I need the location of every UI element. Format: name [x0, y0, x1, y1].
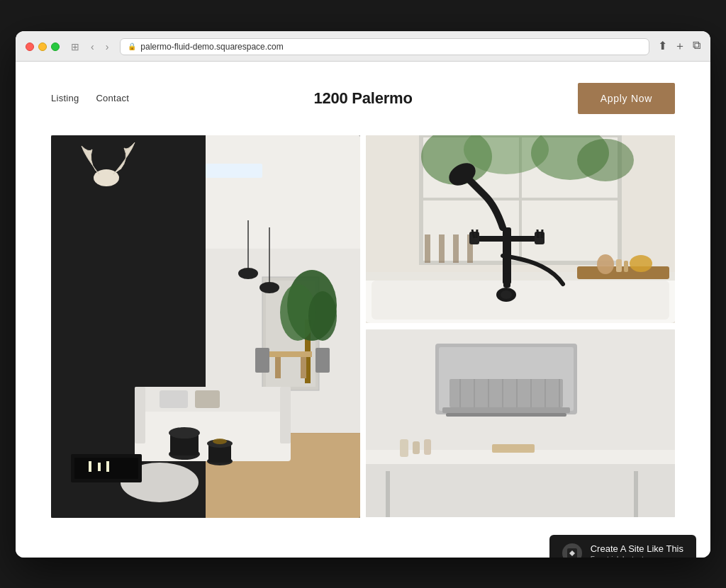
svg-rect-61 [577, 266, 669, 279]
lock-icon: 🔒 [128, 43, 136, 50]
browser-chrome: ⊞ ‹ › 🔒 palermo-fluid-demo.squarespace.c… [16, 31, 710, 62]
apply-now-button[interactable]: Apply Now [578, 83, 675, 114]
forward-button[interactable]: › [103, 40, 112, 54]
svg-point-13 [238, 268, 258, 279]
traffic-lights [26, 43, 60, 51]
svg-rect-59 [372, 281, 669, 320]
svg-rect-75 [503, 273, 510, 288]
svg-rect-41 [275, 357, 281, 378]
svg-point-62 [597, 254, 614, 274]
svg-rect-23 [280, 387, 291, 443]
back-button[interactable]: ‹ [88, 40, 97, 54]
svg-rect-24 [160, 390, 188, 408]
photo-kitchen [366, 329, 675, 517]
svg-point-77 [501, 290, 512, 299]
svg-rect-54 [425, 234, 430, 263]
svg-rect-36 [89, 461, 91, 472]
svg-line-73 [542, 230, 542, 238]
svg-rect-67 [474, 236, 538, 242]
svg-rect-44 [315, 348, 330, 373]
nav-contact[interactable]: Contact [96, 93, 129, 103]
svg-rect-85 [449, 379, 563, 407]
window-arrange-icon[interactable]: ⊞ [68, 40, 82, 54]
svg-rect-43 [255, 348, 269, 373]
svg-rect-99 [492, 444, 535, 453]
svg-rect-42 [301, 357, 306, 378]
svg-rect-95 [366, 464, 675, 517]
svg-line-70 [476, 230, 477, 238]
minimize-button[interactable] [38, 43, 47, 51]
svg-rect-97 [413, 441, 420, 454]
svg-rect-96 [400, 439, 408, 457]
share-icon[interactable]: ⬆ [658, 39, 667, 54]
svg-rect-98 [424, 439, 431, 455]
address-bar[interactable]: 🔒 palermo-fluid-demo.squarespace.com [120, 38, 649, 55]
svg-rect-101 [634, 471, 638, 517]
photo-bathroom [366, 135, 675, 323]
svg-rect-64 [624, 261, 628, 272]
svg-point-53 [577, 139, 634, 181]
browser-controls: ⊞ ‹ › [68, 40, 111, 54]
svg-rect-56 [453, 234, 459, 263]
svg-rect-22 [135, 387, 145, 443]
nav-listing[interactable]: Listing [51, 93, 79, 103]
svg-point-15 [259, 282, 279, 293]
site-content: Listing Contact 1200 Palermo Apply Now [16, 62, 710, 558]
browser-window: ⊞ ‹ › 🔒 palermo-fluid-demo.squarespace.c… [16, 31, 710, 558]
svg-point-19 [308, 291, 337, 341]
browser-actions: ⬆ ＋ ⧉ [658, 39, 700, 54]
svg-rect-38 [106, 461, 109, 472]
photo-grid [16, 135, 710, 539]
svg-rect-100 [386, 471, 390, 517]
maximize-button[interactable] [51, 43, 60, 51]
svg-rect-11 [206, 164, 262, 178]
svg-line-72 [537, 230, 538, 238]
nav-links: Listing Contact [51, 93, 129, 103]
svg-rect-55 [439, 234, 445, 263]
site-header: Listing Contact 1200 Palermo Apply Now [16, 62, 710, 135]
svg-rect-63 [616, 259, 622, 272]
svg-point-32 [213, 439, 227, 444]
svg-rect-83 [442, 407, 570, 413]
tab-overview-icon[interactable]: ⧉ [693, 39, 700, 54]
new-tab-icon[interactable]: ＋ [674, 39, 686, 54]
close-button[interactable] [26, 43, 34, 51]
url-text: palermo-fluid-demo.squarespace.com [140, 42, 283, 52]
svg-rect-37 [98, 463, 101, 471]
site-title: 1200 Palermo [313, 89, 412, 108]
svg-rect-84 [446, 413, 566, 417]
svg-rect-25 [195, 390, 220, 408]
svg-rect-40 [269, 351, 312, 357]
svg-point-28 [169, 427, 200, 439]
svg-point-65 [630, 255, 652, 272]
photo-living-room [51, 135, 360, 518]
